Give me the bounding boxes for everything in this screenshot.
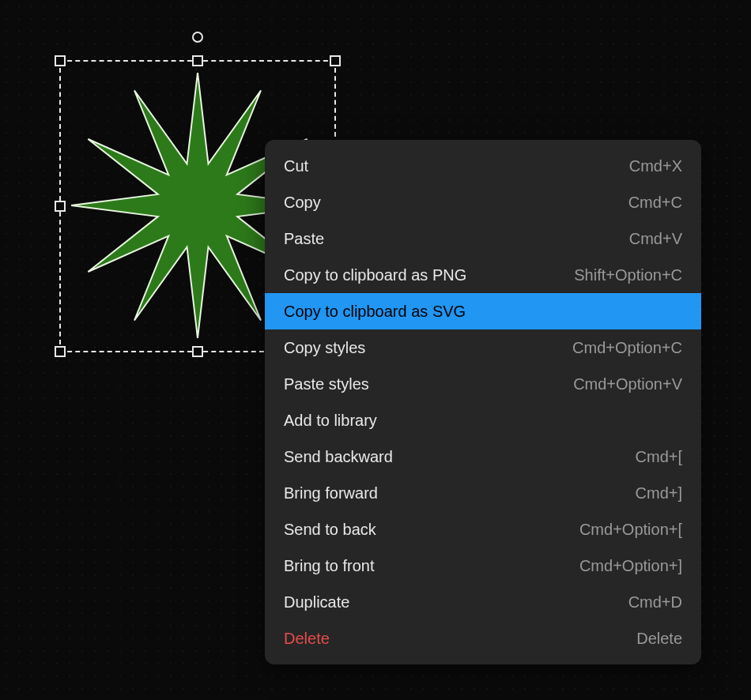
- menu-item-shortcut: Cmd+V: [629, 230, 682, 248]
- menu-item-shortcut: Shift+Option+C: [574, 266, 682, 284]
- menu-item-send-to-back[interactable]: Send to backCmd+Option+[: [265, 511, 701, 548]
- selection-handle-top-left[interactable]: [55, 55, 66, 66]
- rotate-handle[interactable]: [192, 32, 203, 43]
- menu-item-duplicate[interactable]: DuplicateCmd+D: [265, 584, 701, 620]
- menu-item-label: Add to library: [284, 412, 377, 430]
- menu-item-shortcut: Cmd+C: [628, 194, 682, 212]
- menu-item-add-to-library[interactable]: Add to library: [265, 402, 701, 438]
- selection-handle-bottom-left[interactable]: [55, 346, 66, 357]
- menu-item-label: Delete: [284, 630, 330, 648]
- menu-item-copy-to-clipboard-as-svg[interactable]: Copy to clipboard as SVG: [265, 293, 701, 329]
- selection-handle-top-right[interactable]: [330, 55, 341, 66]
- menu-item-shortcut: Cmd+D: [628, 593, 682, 612]
- menu-item-delete[interactable]: DeleteDelete: [265, 620, 701, 657]
- context-menu: CutCmd+XCopyCmd+CPasteCmd+VCopy to clipb…: [265, 140, 701, 664]
- menu-item-shortcut: Cmd+Option+[: [579, 521, 682, 539]
- menu-item-copy-styles[interactable]: Copy stylesCmd+Option+C: [265, 329, 701, 366]
- menu-item-label: Cut: [284, 157, 308, 175]
- selection-handle-bottom-middle[interactable]: [192, 346, 203, 357]
- menu-item-send-backward[interactable]: Send backwardCmd+[: [265, 438, 701, 475]
- menu-item-shortcut: Cmd+Option+]: [579, 557, 682, 575]
- menu-item-label: Copy to clipboard as PNG: [284, 266, 466, 284]
- menu-item-label: Bring to front: [284, 557, 375, 575]
- menu-item-copy[interactable]: CopyCmd+C: [265, 184, 701, 220]
- menu-item-label: Duplicate: [284, 593, 349, 612]
- menu-item-shortcut: Cmd+X: [629, 157, 682, 175]
- menu-item-shortcut: Delete: [636, 630, 682, 648]
- selection-handle-top-middle[interactable]: [192, 55, 203, 66]
- menu-item-label: Copy to clipboard as SVG: [284, 303, 466, 321]
- selection-handle-middle-left[interactable]: [55, 201, 66, 212]
- menu-item-bring-to-front[interactable]: Bring to frontCmd+Option+]: [265, 548, 701, 584]
- menu-item-label: Send backward: [284, 448, 393, 466]
- menu-item-label: Copy: [284, 194, 321, 212]
- menu-item-shortcut: Cmd+Option+V: [573, 375, 682, 393]
- menu-item-shortcut: Cmd+Option+C: [572, 339, 682, 357]
- menu-item-copy-to-clipboard-as-png[interactable]: Copy to clipboard as PNGShift+Option+C: [265, 257, 701, 293]
- menu-item-label: Paste styles: [284, 375, 369, 393]
- menu-item-shortcut: Cmd+[: [636, 448, 682, 466]
- menu-item-label: Bring forward: [284, 484, 378, 502]
- menu-item-cut[interactable]: CutCmd+X: [265, 148, 701, 184]
- menu-item-paste-styles[interactable]: Paste stylesCmd+Option+V: [265, 366, 701, 402]
- menu-item-label: Copy styles: [284, 339, 365, 357]
- menu-item-label: Paste: [284, 230, 324, 248]
- menu-item-paste[interactable]: PasteCmd+V: [265, 220, 701, 257]
- menu-item-bring-forward[interactable]: Bring forwardCmd+]: [265, 475, 701, 511]
- menu-item-label: Send to back: [284, 521, 376, 539]
- menu-item-shortcut: Cmd+]: [636, 484, 682, 502]
